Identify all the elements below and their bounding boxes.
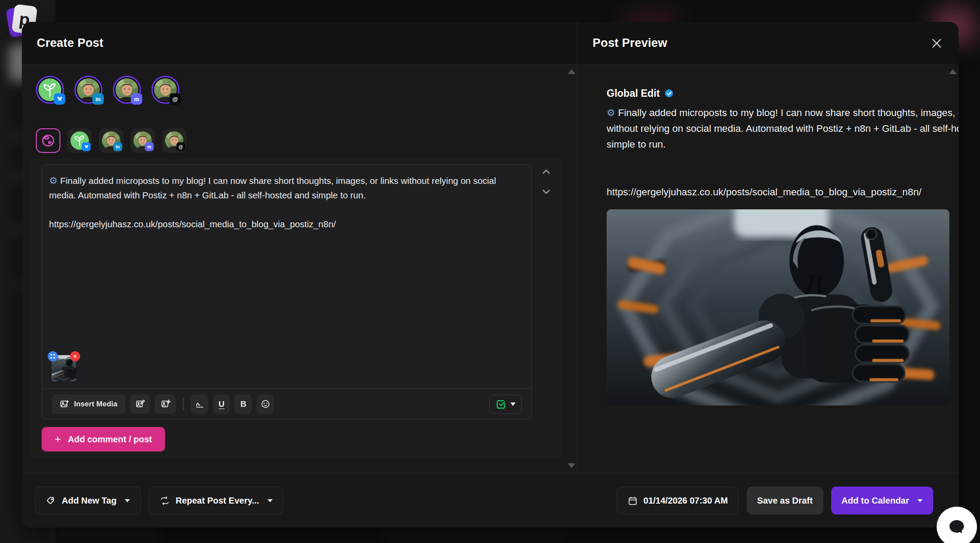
insert-media-button[interactable]: Insert Media xyxy=(52,395,125,414)
post-preview-header: Post Preview xyxy=(578,22,959,65)
underline-button[interactable]: U xyxy=(213,395,230,414)
close-icon[interactable] xyxy=(930,36,944,50)
editor-section: ⚙ Finally added microposts to my blog! I… xyxy=(30,159,562,458)
threads-badge-icon: @ xyxy=(176,142,185,151)
tag-icon xyxy=(46,496,56,506)
add-to-calendar-label: Add to Calendar xyxy=(842,496,909,506)
caret-down-icon xyxy=(267,499,273,502)
caret-down-icon xyxy=(125,499,130,502)
insert-media-label: Insert Media xyxy=(74,400,117,409)
signature-icon xyxy=(195,399,205,409)
preview-post-text: ⚙ Finally added microposts to my blog! I… xyxy=(607,105,959,152)
edit-tabs-row: in m @ xyxy=(36,128,186,153)
schedule-datetime-value: 01/14/2026 07:30 AM xyxy=(643,496,728,506)
channel-avatar-bluesky[interactable] xyxy=(36,76,64,104)
signature-button[interactable] xyxy=(191,395,208,414)
schedule-datetime-field[interactable]: 01/14/2026 07:30 AM xyxy=(617,487,739,515)
calendar-icon xyxy=(628,496,638,506)
chat-bubble-icon xyxy=(947,517,967,537)
editor-toolbar: Insert Media U B xyxy=(42,388,531,419)
repeat-post-button[interactable]: Repeat Post Every... xyxy=(149,487,284,515)
app-screen: p Create Post in m xyxy=(0,0,980,543)
preview-url-text: https://gergelyjuhasz.co.uk/posts/social… xyxy=(607,187,959,198)
tab-channel-threads[interactable]: @ xyxy=(162,128,186,153)
create-post-title: Create Post xyxy=(37,36,103,50)
mastodon-badge-icon: m xyxy=(145,142,154,151)
scroll-up-arrow[interactable] xyxy=(568,69,576,74)
chat-launcher-button[interactable] xyxy=(937,507,977,543)
gear-emoji: ⚙ xyxy=(607,107,615,118)
create-post-header: Create Post xyxy=(22,22,577,65)
blurred-background-row xyxy=(382,527,566,539)
check-square-icon xyxy=(496,399,506,409)
toolbar-divider xyxy=(183,398,184,410)
media-thumbnail[interactable]: × xyxy=(52,355,76,381)
channel-avatar-linkedin[interactable]: in xyxy=(74,76,102,104)
mastodon-badge-icon: m xyxy=(131,93,142,105)
add-comment-label: Add comment / post xyxy=(68,434,152,444)
editor-paragraph: ⚙ Finally added microposts to my blog! I… xyxy=(49,173,524,202)
preview-author-name: Global Edit xyxy=(607,88,660,99)
add-to-calendar-button[interactable]: Add to Calendar xyxy=(831,487,933,515)
tab-channel-bluesky[interactable] xyxy=(67,128,92,153)
editor-url-text: https://gergelyjuhasz.co.uk/posts/social… xyxy=(49,217,524,231)
remove-media-button[interactable]: × xyxy=(70,351,80,361)
editor-body-text: Finally added microposts to my blog! I c… xyxy=(49,176,496,200)
preview-author-row: Global Edit xyxy=(607,88,674,99)
caret-down-icon xyxy=(917,499,923,502)
bluesky-badge-icon xyxy=(82,142,91,151)
selected-channels-row: in m @ xyxy=(36,76,179,104)
add-comment-button[interactable]: + Add comment / post xyxy=(42,427,165,451)
emoji-smile-icon xyxy=(260,399,270,409)
channel-avatar-mastodon[interactable]: m xyxy=(113,76,141,104)
linkedin-badge-icon: in xyxy=(92,93,104,105)
post-validation-dropdown[interactable] xyxy=(489,395,522,414)
generate-image-button[interactable] xyxy=(155,395,176,414)
preview-body-text: Finally added microposts to my blog! I c… xyxy=(607,107,959,150)
emoji-button[interactable] xyxy=(256,395,274,414)
tab-channel-mastodon[interactable]: m xyxy=(130,128,155,153)
image-plus-icon xyxy=(60,399,70,409)
chevron-up-icon[interactable] xyxy=(541,166,552,178)
modal-footer: Add New Tag Repeat Post Every... 01/14/2… xyxy=(22,473,959,528)
save-as-draft-button[interactable]: Save as Draft xyxy=(747,487,823,515)
post-editor[interactable]: ⚙ Finally added microposts to my blog! I… xyxy=(42,164,532,420)
post-preview-panel: Post Preview Global Edit ⚙ Finally added… xyxy=(578,22,959,473)
add-new-tag-label: Add New Tag xyxy=(62,496,116,506)
tab-channel-linkedin[interactable]: in xyxy=(99,128,123,153)
linkedin-badge-icon: in xyxy=(113,142,122,151)
preview-media-image[interactable] xyxy=(607,209,949,405)
drag-handle-icon[interactable] xyxy=(48,351,58,361)
scroll-up-arrow[interactable] xyxy=(949,69,957,74)
editor-content[interactable]: ⚙ Finally added microposts to my blog! I… xyxy=(42,165,531,240)
scroll-down-arrow[interactable] xyxy=(568,463,576,468)
add-new-tag-button[interactable]: Add New Tag xyxy=(35,487,141,515)
save-as-draft-label: Save as Draft xyxy=(757,496,813,506)
caret-down-icon xyxy=(510,402,516,406)
plus-icon: + xyxy=(55,433,61,445)
threads-badge-icon: @ xyxy=(169,93,181,105)
bluesky-badge-icon xyxy=(54,93,65,105)
create-post-panel: Create Post in m @ xyxy=(22,22,577,473)
image-sparkle-icon xyxy=(161,399,171,409)
tab-global-edit[interactable] xyxy=(36,128,60,153)
repeat-post-label: Repeat Post Every... xyxy=(176,496,259,506)
globe-icon xyxy=(43,135,54,146)
edit-image-button[interactable] xyxy=(130,395,151,414)
create-post-modal: Create Post in m @ xyxy=(22,22,959,528)
verified-badge-icon xyxy=(664,88,674,99)
preview-scroll-area: Global Edit ⚙ Finally added microposts t… xyxy=(578,65,959,473)
chevron-down-icon[interactable] xyxy=(541,186,552,197)
repeat-icon xyxy=(160,496,170,506)
image-edit-icon xyxy=(135,399,145,409)
gear-emoji: ⚙ xyxy=(49,175,58,186)
channel-avatar-threads[interactable]: @ xyxy=(151,76,179,104)
post-preview-title: Post Preview xyxy=(593,36,667,50)
bold-button[interactable]: B xyxy=(235,395,252,414)
